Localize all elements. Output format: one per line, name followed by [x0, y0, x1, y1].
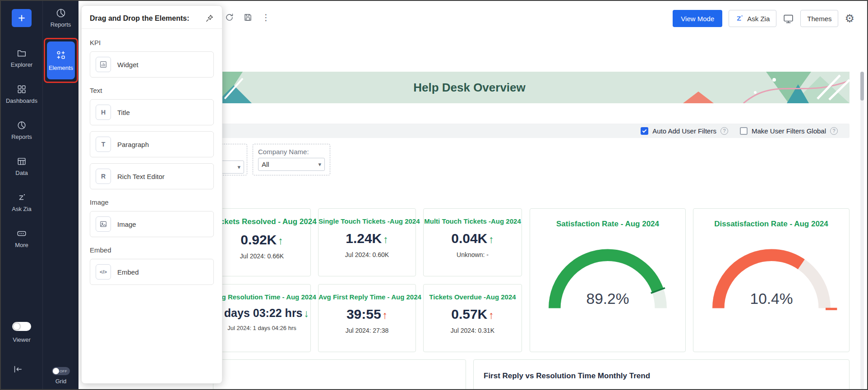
- chart-title: First Reply vs Resolution Time Monthly T…: [484, 372, 849, 381]
- filter-label: Company Name:: [258, 148, 330, 156]
- primary-sidebar: + Explorer Dashboards Reports Data Ask Z…: [1, 1, 42, 389]
- auto-add-user-filters-group: Auto Add User Filters ?: [641, 127, 728, 135]
- element-image[interactable]: Image: [90, 211, 214, 237]
- sidebar-item-label: More: [15, 242, 28, 248]
- element-rich-text-editor[interactable]: R Rich Text Editor: [90, 163, 214, 189]
- first-reply-vs-resolution-chart-card[interactable]: First Reply vs Resolution Time Monthly T…: [473, 359, 850, 390]
- kpi-single-touch-tickets[interactable]: Single Touch Tickets -Aug 2024 1.24K↑ Ju…: [318, 208, 416, 276]
- sidebar-item-more[interactable]: More: [1, 221, 42, 256]
- gauge-chart: 10.4%: [704, 239, 839, 312]
- themes-button[interactable]: Themes: [800, 10, 838, 27]
- help-icon[interactable]: ?: [830, 127, 838, 135]
- trend-down-icon: ↓: [304, 307, 309, 319]
- app-window: + Explorer Dashboards Reports Data Ask Z…: [0, 0, 868, 390]
- toggle-knob: [53, 368, 59, 374]
- paragraph-icon: T: [96, 137, 111, 152]
- presentation-monitor-icon[interactable]: [783, 13, 794, 24]
- kpi-title: Single Touch Tickets -Aug 2024: [319, 217, 416, 225]
- kpi-title: Avg Resolution Time - Aug 2024: [213, 293, 310, 301]
- grid-toggle[interactable]: OFF: [52, 367, 70, 375]
- section-label-embed: Embed: [90, 246, 214, 254]
- sidebar-item-label: Reports: [11, 133, 32, 140]
- sidebar-item-label: Data: [15, 170, 28, 176]
- kpi-multi-touch-tickets[interactable]: Multi Touch Tickets -Aug 2024 0.04K↑ Unk…: [423, 208, 522, 276]
- element-label: Paragraph: [117, 141, 149, 148]
- check-icon: [642, 128, 647, 133]
- sidebar-item-reports[interactable]: Reports: [1, 113, 42, 148]
- gauge-value: 10.4%: [750, 290, 793, 307]
- elements-panel: Drag and Drop the Elements: KPI Widget T…: [81, 5, 222, 384]
- trend-up-icon: ↑: [489, 309, 494, 321]
- kpi-title: Tickets Overdue -Aug 2024: [424, 293, 522, 301]
- kpi-tickets-resolved[interactable]: Tickets Resolved - Aug 2024 0.92K↑ Jul 2…: [213, 208, 311, 276]
- sidebar-item-data[interactable]: Data: [1, 149, 42, 184]
- kpi-comparison: Jul 2024: 1 days 04:26 hrs: [213, 325, 310, 331]
- kebab-menu-icon[interactable]: ⋮: [262, 13, 270, 22]
- table-icon: [17, 156, 27, 166]
- help-icon[interactable]: ?: [720, 127, 728, 135]
- element-paragraph[interactable]: T Paragraph: [90, 131, 214, 157]
- kpi-tickets-overdue[interactable]: Tickets Overdue -Aug 2024 0.57K↑ Jul 202…: [423, 284, 522, 352]
- auto-add-user-filters-checkbox[interactable]: [641, 127, 648, 135]
- element-label: Image: [117, 220, 136, 228]
- sidebar-item-label: Dashboards: [6, 97, 37, 104]
- widget-icon: [96, 57, 111, 72]
- kpi-avg-resolution-time[interactable]: Avg Resolution Time - Aug 2024 1 days 03…: [213, 284, 311, 352]
- kpi-comparison: Jul 2024: 0.60K: [319, 251, 416, 258]
- sidebar-item-explorer[interactable]: Explorer: [1, 41, 42, 76]
- pin-icon[interactable]: [205, 14, 214, 23]
- image-icon: [96, 216, 111, 232]
- create-new-button[interactable]: +: [12, 9, 32, 27]
- settings-gear-icon[interactable]: ⚙: [845, 13, 854, 24]
- view-mode-button[interactable]: View Mode: [673, 10, 722, 27]
- chevron-down-icon: ▾: [237, 164, 240, 170]
- save-icon[interactable]: [243, 13, 253, 22]
- vertical-scrollbar[interactable]: [860, 72, 864, 389]
- make-user-filters-global-group: Make User Filters Global ?: [740, 127, 838, 135]
- element-widget[interactable]: Widget: [90, 51, 214, 78]
- toolbar-left-icons: ⋮: [225, 13, 270, 22]
- panel-title: Drag and Drop the Elements:: [90, 14, 189, 23]
- kpi-avg-first-reply-time[interactable]: Avg First Reply Time - Aug 2024 39:55↑ J…: [318, 284, 416, 352]
- refresh-icon[interactable]: [225, 13, 234, 22]
- scrollbar-thumb[interactable]: [860, 72, 864, 101]
- subnav-item-label: Elements: [49, 64, 73, 71]
- trend-up-icon: ↑: [489, 234, 494, 245]
- chevron-down-icon: ▾: [318, 161, 321, 167]
- bottom-left-chart-card[interactable]: [213, 359, 466, 390]
- sidebar-item-dashboards[interactable]: Dashboards: [1, 77, 42, 112]
- collapse-sidebar-icon[interactable]: [13, 364, 23, 374]
- company-name-select[interactable]: All ▾: [258, 158, 325, 171]
- subnav-item-reports[interactable]: Reports: [43, 1, 78, 28]
- section-label-text: Text: [90, 87, 214, 94]
- element-label: Rich Text Editor: [117, 173, 165, 180]
- element-label: Title: [117, 109, 130, 116]
- embed-code-icon: </>: [96, 264, 111, 280]
- make-user-filters-global-checkbox[interactable]: [740, 127, 748, 135]
- ask-zia-button[interactable]: Ask Zia: [729, 10, 776, 27]
- grid-label: Grid: [55, 378, 67, 385]
- dashboard-grid-icon: [17, 84, 27, 94]
- kpi-comparison: Unknown: -: [424, 251, 522, 258]
- element-embed[interactable]: </> Embed: [90, 259, 214, 285]
- kpi-title: Avg First Reply Time - Aug 2024: [319, 293, 416, 301]
- viewer-toggle[interactable]: [12, 322, 31, 331]
- satisfaction-rate-gauge-card[interactable]: Satisfaction Rate - Aug 2024 89.2%: [530, 208, 686, 352]
- subnav-item-elements[interactable]: Elements: [47, 41, 75, 79]
- kpi-title: Multi Touch Tickets -Aug 2024: [424, 217, 522, 225]
- dissatisfaction-rate-gauge-card[interactable]: Dissatisfaction Rate - Aug 2024 10.4%: [693, 208, 850, 352]
- kpi-value: 0.92K↑: [213, 232, 310, 248]
- company-name-filter-box[interactable]: Company Name: All ▾: [253, 144, 330, 175]
- element-label: Embed: [117, 268, 139, 276]
- more-icon: [17, 229, 27, 239]
- element-label: Widget: [117, 61, 139, 69]
- checkbox-label: Make User Filters Global: [752, 127, 826, 135]
- kpi-value: 0.57K↑: [424, 307, 522, 322]
- sidebar-item-ask-zia[interactable]: Ask Zia: [1, 185, 42, 220]
- checkbox-label: Auto Add User Filters: [652, 127, 716, 135]
- sidebar-item-label: Ask Zia: [12, 206, 31, 212]
- element-title[interactable]: H Title: [90, 99, 214, 125]
- rich-text-icon: R: [96, 169, 111, 184]
- gauge-value: 89.2%: [586, 290, 629, 307]
- viewer-mode-block: Viewer: [1, 322, 42, 343]
